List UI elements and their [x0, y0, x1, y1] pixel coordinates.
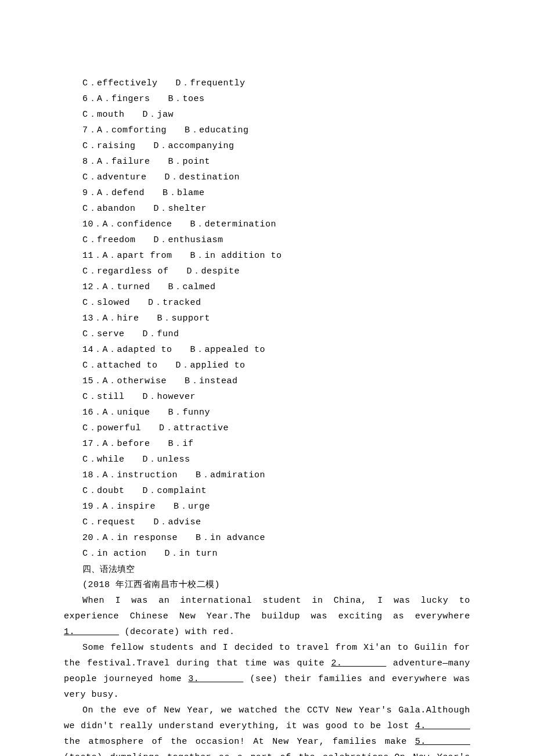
option-text: A．before B．if: [103, 439, 194, 449]
blank-5[interactable]: 5.________: [415, 737, 470, 747]
question-number: 13．: [82, 314, 103, 323]
question-14-row1: 14．A．adapted to B．appealed to: [64, 342, 470, 358]
passage-text: (decorate) with red.: [119, 627, 235, 637]
question-9-row1: 9．A．defend B．blame: [64, 185, 470, 201]
question-13-row2: C．serve D．fund: [64, 326, 470, 342]
question-14-row2: C．attached to D．applied to: [64, 358, 470, 373]
option-text: A．comforting B．educating: [97, 125, 249, 135]
question-8-row1: 8．A．failure B．point: [64, 154, 470, 170]
question-18-row2: C．doubt D．complaint: [64, 483, 470, 499]
question-number: 10．: [82, 219, 103, 229]
source-citation: (2018 年江西省南昌市十校二模): [64, 577, 470, 593]
question-number: 19．: [82, 502, 103, 512]
question-number: 11．: [82, 251, 103, 261]
question-number: 6．: [82, 94, 97, 104]
option-text: A．in response B．in advance: [103, 533, 266, 543]
question-20-row1: 20．A．in response B．in advance: [64, 530, 470, 546]
question-7-row1: 7．A．comforting B．educating: [64, 123, 470, 138]
passage-paragraph-3: On the eve of New Year, we watched the C…: [64, 703, 470, 756]
question-number: 9．: [82, 188, 97, 198]
question-20-row2: C．in action D．in turn: [64, 546, 470, 561]
question-17-row2: C．while D．unless: [64, 452, 470, 467]
option-text: A．hire B．support: [103, 314, 211, 323]
passage-text: On the eve of New Year, we watched the C…: [64, 705, 470, 731]
question-18-row1: 18．A．instruction B．admiration: [64, 467, 470, 483]
option-text: A．defend B．blame: [97, 188, 205, 198]
question-8-row2: C．adventure D．destination: [64, 170, 470, 185]
option-text: A．fingers B．toes: [97, 94, 205, 104]
document-page: C．effectively D．frequently 6．A．fingers B…: [0, 0, 534, 756]
option-text: A．turned B．calmed: [103, 282, 216, 292]
option-text: A．inspire B．urge: [103, 502, 211, 512]
passage-text: When I was an international student in C…: [64, 596, 470, 621]
option-text: A．instruction B．admiration: [103, 470, 266, 480]
question-6-row2: C．mouth D．jaw: [64, 107, 470, 123]
blank-4[interactable]: 4.________: [415, 721, 470, 731]
question-12-row2: C．slowed D．tracked: [64, 295, 470, 311]
question-11-row2: C．regardless of D．despite: [64, 264, 470, 279]
blank-3[interactable]: 3.________: [188, 674, 243, 684]
option-text: A．apart from B．in addition to: [103, 251, 282, 261]
question-13-row1: 13．A．hire B．support: [64, 311, 470, 326]
question-number: 12．: [82, 282, 103, 292]
option-text: A．otherwise B．instead: [103, 376, 238, 386]
question-12-row1: 12．A．turned B．calmed: [64, 279, 470, 295]
question-17-row1: 17．A．before B．if: [64, 436, 470, 452]
question-number: 18．: [82, 470, 103, 480]
question-number: 15．: [82, 376, 103, 386]
question-number: 17．: [82, 439, 103, 449]
question-10-row2: C．freedom D．enthusiasm: [64, 232, 470, 248]
question-16-row2: C．powerful D．attractive: [64, 420, 470, 436]
option-text: A．unique B．funny: [103, 408, 211, 417]
question-number: 20．: [82, 533, 103, 543]
question-7-row2: C．raising D．accompanying: [64, 138, 470, 154]
blank-1[interactable]: 1.________: [64, 627, 119, 637]
section-heading-grammar-fill: 四、语法填空: [64, 561, 470, 577]
question-6-row1: 6．A．fingers B．toes: [64, 91, 470, 107]
question-19-row2: C．request D．advise: [64, 514, 470, 530]
blank-2[interactable]: 2.________: [331, 658, 386, 668]
question-number: 8．: [82, 157, 97, 167]
option-text: A．adapted to B．appealed to: [103, 345, 266, 355]
passage-text: the atmosphere of the occasion! At New Y…: [64, 737, 415, 747]
question-15-row1: 15．A．otherwise B．instead: [64, 373, 470, 389]
passage-paragraph-2: Some fellow students and I decided to tr…: [64, 640, 470, 703]
passage-paragraph-1: When I was an international student in C…: [64, 593, 470, 640]
question-11-row1: 11．A．apart from B．in addition to: [64, 248, 470, 264]
passage-text: (taste) dumplings together as a part of …: [64, 753, 470, 756]
question-16-row1: 16．A．unique B．funny: [64, 405, 470, 420]
question-number: 14．: [82, 345, 103, 355]
option-line: C．effectively D．frequently: [64, 75, 470, 91]
option-text: A．confidence B．determination: [103, 219, 277, 229]
question-15-row2: C．still D．however: [64, 389, 470, 405]
question-19-row1: 19．A．inspire B．urge: [64, 499, 470, 514]
question-9-row2: C．abandon D．shelter: [64, 201, 470, 217]
question-10-row1: 10．A．confidence B．determination: [64, 217, 470, 232]
question-number: 7．: [82, 125, 97, 135]
option-text: A．failure B．point: [97, 157, 210, 167]
question-number: 16．: [82, 408, 103, 417]
